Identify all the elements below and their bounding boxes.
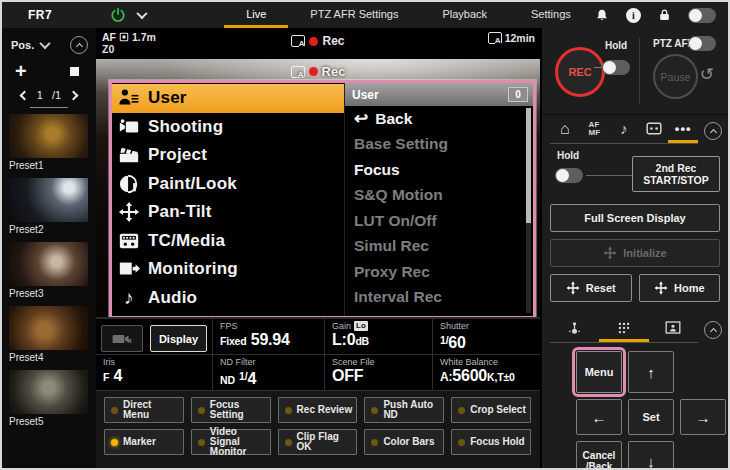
menu-item-pan-tilt[interactable]: Pan-Tilt bbox=[112, 198, 344, 227]
tab-home[interactable]: ⌂ bbox=[550, 117, 580, 143]
tab-audio[interactable]: ♪ bbox=[609, 117, 639, 143]
tab-keypad[interactable] bbox=[599, 316, 648, 342]
preset-label: Preset1 bbox=[9, 160, 96, 171]
submenu-item-focus[interactable]: Focus bbox=[345, 157, 533, 183]
left-arrow-button[interactable]: ← bbox=[576, 399, 622, 435]
preset-page-prev-button[interactable] bbox=[19, 90, 29, 100]
pan-tilt-reset-button[interactable]: Reset bbox=[550, 274, 632, 302]
timecode-icon bbox=[118, 230, 140, 252]
pan-tilt-cross-icon bbox=[566, 281, 580, 295]
tab-framing[interactable] bbox=[649, 316, 698, 342]
right-arrow-button[interactable]: → bbox=[680, 399, 726, 435]
preset-page-next-button[interactable] bbox=[69, 90, 79, 100]
indicator-dot bbox=[198, 439, 205, 446]
lock-icon bbox=[658, 8, 671, 22]
section-collapse-button[interactable] bbox=[704, 321, 722, 339]
menu-item-tc-media[interactable]: TC/Media bbox=[112, 227, 344, 256]
tab-live[interactable]: Live bbox=[224, 2, 288, 28]
submenu-item-back[interactable]: ↩ Back bbox=[345, 106, 533, 132]
menu-item-audio[interactable]: ♪ Audio bbox=[112, 284, 344, 313]
rec-hold-toggle[interactable] bbox=[602, 60, 630, 75]
fps-cell[interactable]: FPS Fixed 59.94 bbox=[213, 319, 325, 354]
assignable-marker[interactable]: Marker bbox=[104, 429, 184, 455]
preset-thumbnail-5[interactable] bbox=[9, 370, 88, 414]
rec-section: REC Hold PTZ AFR Pause ↺ bbox=[542, 28, 728, 115]
pan-tilt-home-button[interactable]: Home bbox=[639, 274, 721, 302]
assignable-crop-select[interactable]: Crop Select bbox=[451, 397, 531, 423]
preset-mode-dropdown[interactable]: Pos. bbox=[11, 39, 49, 51]
preset-item-4[interactable]: Preset4 bbox=[9, 306, 96, 363]
assignable-rec-review[interactable]: Rec Review bbox=[278, 397, 358, 423]
shutter-cell[interactable]: Shutter 1/60 bbox=[433, 319, 540, 354]
preset-thumbnail-4[interactable] bbox=[9, 306, 88, 350]
ptz-afr-toggle[interactable] bbox=[688, 36, 716, 51]
pan-tilt-cross-icon bbox=[654, 281, 668, 295]
preset-page-current: 1 bbox=[37, 89, 43, 101]
stop-preset-button[interactable] bbox=[70, 67, 79, 76]
wire bbox=[594, 67, 602, 68]
full-screen-display-button[interactable]: Full Screen Display bbox=[550, 204, 720, 232]
add-preset-button[interactable]: + bbox=[15, 64, 27, 78]
menu-item-project[interactable]: Project bbox=[112, 141, 344, 170]
menu-item-user[interactable]: User bbox=[112, 84, 344, 113]
preset-thumbnail-3[interactable] bbox=[9, 242, 88, 286]
tab-joystick[interactable] bbox=[550, 316, 599, 342]
submenu-scrollbar[interactable] bbox=[526, 108, 531, 313]
assignable-focus-hold[interactable]: Focus Hold bbox=[451, 429, 531, 455]
menu-item-shooting[interactable]: Shooting bbox=[112, 113, 344, 142]
tab-playback[interactable]: Playback bbox=[420, 2, 509, 28]
iris-cell[interactable]: Iris F 4 bbox=[96, 355, 213, 390]
preset-thumbnail-1[interactable] bbox=[9, 114, 88, 158]
live-video-feed[interactable]: A Rec User Shooting bbox=[96, 59, 540, 317]
preset-item-5[interactable]: Preset5 bbox=[9, 370, 96, 427]
down-arrow-button[interactable]: ↓ bbox=[628, 441, 674, 470]
restart-icon[interactable]: ↺ bbox=[700, 66, 714, 83]
preset-thumbnail-2[interactable] bbox=[9, 178, 88, 222]
assignable-color-bars[interactable]: Color Bars bbox=[364, 429, 444, 455]
joystick-icon bbox=[567, 320, 582, 335]
indicator-dot bbox=[111, 439, 118, 446]
preset-item-3[interactable]: Preset3 bbox=[9, 242, 96, 299]
preset-item-1[interactable]: Preset1 bbox=[9, 114, 96, 171]
menu-item-paint-look[interactable]: Paint/Look bbox=[112, 170, 344, 199]
lock-toggle[interactable] bbox=[688, 8, 716, 23]
second-rec-start-stop-button[interactable]: 2nd Rec START/STOP bbox=[632, 156, 720, 192]
video-rec-overlay: A Rec bbox=[96, 64, 540, 79]
rec-dot-icon bbox=[309, 37, 318, 46]
assignable-clip-flag-ok[interactable]: Clip Flag OK bbox=[278, 429, 358, 455]
rec-button[interactable]: REC bbox=[555, 47, 605, 97]
pause-button[interactable]: Pause bbox=[653, 54, 698, 99]
up-arrow-button[interactable]: ↑ bbox=[628, 351, 674, 393]
tab-media[interactable] bbox=[639, 117, 669, 143]
assignable-push-auto-nd[interactable]: Push Auto ND bbox=[364, 397, 444, 423]
preset-label: Preset2 bbox=[9, 224, 96, 235]
tab-more[interactable]: ••• bbox=[668, 117, 698, 143]
assignable-focus-setting[interactable]: Focus Setting bbox=[191, 397, 271, 423]
assignable-direct-menu[interactable]: Direct Menu bbox=[104, 397, 184, 423]
preset-item-2[interactable]: Preset2 bbox=[9, 178, 96, 235]
nd-filter-cell[interactable]: ND Filter ND 1/4 bbox=[213, 355, 325, 390]
notification-bell-icon[interactable] bbox=[595, 8, 609, 23]
cancel-back-button[interactable]: Cancel /Back bbox=[576, 441, 622, 470]
info-icon[interactable]: i bbox=[626, 8, 641, 23]
indicator-dot bbox=[285, 407, 292, 414]
assignable-video-signal-monitor[interactable]: Video Signal Monitor bbox=[191, 429, 271, 455]
menu-button[interactable]: Menu bbox=[576, 351, 622, 393]
gain-cell[interactable]: GainLo L:0dB bbox=[325, 319, 433, 354]
set-button[interactable]: Set bbox=[628, 399, 674, 435]
power-chevron-down-icon[interactable] bbox=[137, 8, 148, 19]
camera-icon bbox=[118, 116, 140, 138]
tab-af-mf[interactable]: AFMF bbox=[580, 117, 610, 143]
power-icon[interactable] bbox=[110, 7, 126, 23]
stream-off-button[interactable] bbox=[101, 325, 143, 352]
music-note-icon: ♪ bbox=[118, 287, 140, 309]
white-balance-cell[interactable]: White Balance A:5600K,T±0 bbox=[433, 355, 540, 390]
display-button[interactable]: Display bbox=[150, 325, 207, 352]
tab-settings[interactable]: Settings bbox=[509, 2, 593, 28]
menu-item-monitoring[interactable]: Monitoring bbox=[112, 255, 344, 284]
scene-file-cell[interactable]: Scene File OFF bbox=[325, 355, 433, 390]
second-rec-hold-toggle[interactable] bbox=[555, 168, 583, 183]
tab-ptz-afr-settings[interactable]: PTZ AFR Settings bbox=[288, 2, 420, 28]
sidebar-collapse-button[interactable] bbox=[70, 36, 88, 54]
section-collapse-button[interactable] bbox=[704, 122, 722, 140]
